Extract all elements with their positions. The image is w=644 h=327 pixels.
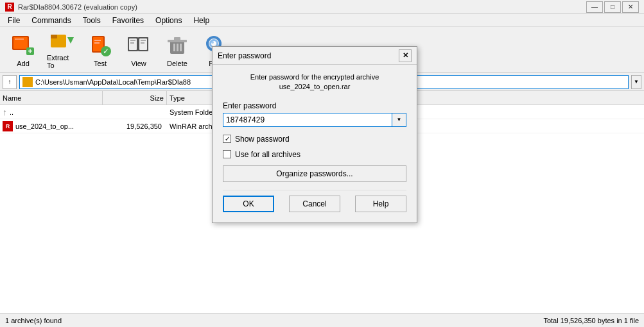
show-password-label: Show password <box>235 135 290 144</box>
maximize-button[interactable]: □ <box>604 1 621 13</box>
svg-rect-26 <box>177 44 178 51</box>
dialog-subtitle: Enter password for the encrypted archive… <box>223 72 406 92</box>
view-icon <box>126 33 152 58</box>
svg-marker-7 <box>67 37 74 44</box>
test-label: Test <box>94 60 107 67</box>
path-text: C:\Users\Usman\AppData\Local\Temp\Rar$DI… <box>35 78 191 86</box>
ok-button[interactable]: OK <box>223 196 274 212</box>
show-password-checkbox[interactable] <box>223 135 231 143</box>
svg-text:+: + <box>28 47 32 56</box>
menu-commands[interactable]: Commands <box>26 15 76 26</box>
status-bar: 1 archive(s) found Total 19,526,350 byte… <box>0 313 644 327</box>
use-for-all-checkbox[interactable] <box>223 150 231 158</box>
password-dialog: Enter password ✕ Enter password for the … <box>212 46 417 223</box>
menu-bar: File Commands Tools Favorites Options He… <box>0 14 644 27</box>
test-icon: ✓ <box>87 33 113 58</box>
password-field-label: Enter password <box>223 101 406 110</box>
file-size-cell: 19,526,350 <box>103 122 167 130</box>
menu-tools[interactable]: Tools <box>78 15 106 26</box>
title-bar-left: R Rar$DIa8804.30672 (evaluation copy) <box>5 3 137 12</box>
svg-rect-21 <box>141 42 144 44</box>
cancel-button[interactable]: Cancel <box>289 196 340 212</box>
delete-icon <box>164 33 190 58</box>
menu-file[interactable]: File <box>3 15 25 26</box>
view-label: View <box>131 60 146 67</box>
file-name-cell: ↑ .. <box>0 107 103 117</box>
file-name: use_2024_to_op... <box>15 122 74 130</box>
use-for-all-label: Use for all archives <box>235 150 300 159</box>
delete-label: Delete <box>167 60 187 67</box>
svg-rect-10 <box>94 40 101 41</box>
svg-rect-11 <box>94 42 100 44</box>
status-left: 1 archive(s) found <box>5 317 62 324</box>
app-icon: R <box>5 3 14 12</box>
title-controls: — □ ✕ <box>586 1 639 13</box>
folder-icon <box>22 77 33 87</box>
extract-label: Extract To <box>47 54 76 69</box>
extract-icon <box>49 31 74 53</box>
use-for-all-row: Use for all archives <box>223 150 406 159</box>
dialog-title: Enter password <box>218 51 271 60</box>
toolbar-test[interactable]: ✓ Test <box>82 29 118 71</box>
svg-rect-6 <box>51 35 57 38</box>
organize-passwords-button[interactable]: Organize passwords... <box>223 165 406 182</box>
up-folder-icon: ↑ <box>3 107 7 117</box>
toolbar-extract[interactable]: Extract To <box>44 29 80 71</box>
path-dropdown[interactable]: ▼ <box>631 75 641 89</box>
dialog-body: Enter password for the encrypted archive… <box>213 65 417 222</box>
svg-point-32 <box>211 41 214 44</box>
dialog-buttons: OK Cancel Help <box>223 190 406 215</box>
dialog-title-bar: Enter password ✕ <box>213 47 417 65</box>
add-icon: + <box>10 33 36 58</box>
col-header-size[interactable]: Size <box>103 91 167 105</box>
help-button[interactable]: Help <box>355 196 406 212</box>
file-name: .. <box>10 108 13 116</box>
show-password-row: Show password <box>223 135 406 144</box>
svg-rect-25 <box>173 44 175 51</box>
svg-rect-20 <box>141 40 146 41</box>
svg-rect-24 <box>174 37 180 41</box>
up-button[interactable]: ↑ <box>3 75 17 89</box>
svg-rect-27 <box>180 44 182 51</box>
dialog-close-button[interactable]: ✕ <box>399 49 412 62</box>
svg-text:✓: ✓ <box>103 47 109 56</box>
window-title: Rar$DIa8804.30672 (evaluation copy) <box>18 3 137 11</box>
svg-rect-17 <box>130 42 134 44</box>
password-dropdown-button[interactable]: ▼ <box>392 113 406 127</box>
password-input[interactable] <box>223 113 392 127</box>
password-input-wrapper: ▼ <box>223 113 406 127</box>
toolbar-view[interactable]: View <box>121 29 157 71</box>
toolbar-delete[interactable]: Delete <box>159 29 195 71</box>
status-right: Total 19,526,350 bytes in 1 file <box>543 317 639 324</box>
add-label: Add <box>17 60 30 67</box>
archive-name: use_2024_to_open.rar <box>279 83 351 90</box>
col-header-name[interactable]: Name <box>0 91 103 105</box>
toolbar-add[interactable]: + Add <box>5 29 41 71</box>
file-name-cell: R use_2024_to_op... <box>0 121 103 131</box>
minimize-button[interactable]: — <box>586 1 603 13</box>
menu-help[interactable]: Help <box>188 15 214 26</box>
svg-rect-16 <box>130 40 135 41</box>
menu-options[interactable]: Options <box>150 15 187 26</box>
window-close-button[interactable]: ✕ <box>622 1 639 13</box>
rar-icon: R <box>3 121 13 131</box>
svg-rect-2 <box>15 38 24 40</box>
menu-favorites[interactable]: Favorites <box>107 15 149 26</box>
title-bar: R Rar$DIa8804.30672 (evaluation copy) — … <box>0 0 644 14</box>
